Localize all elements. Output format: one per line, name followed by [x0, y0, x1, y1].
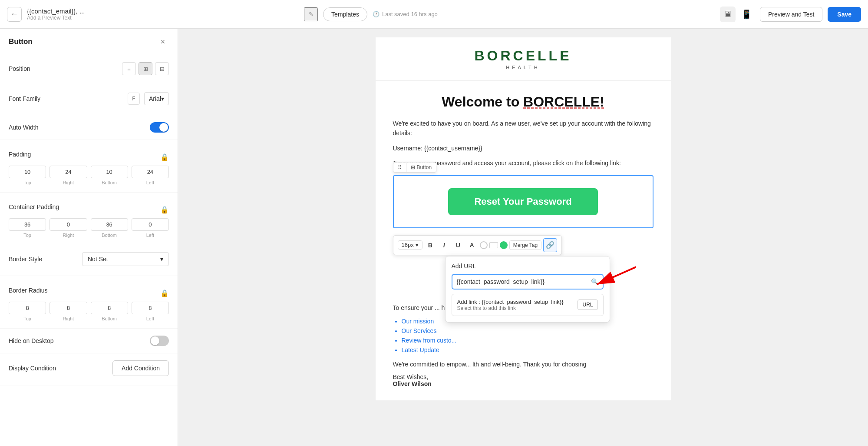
auto-width-section: Auto Width — [0, 115, 178, 140]
padding-right-label: Right — [63, 180, 74, 185]
list-item: Latest Update — [402, 346, 653, 353]
br-top-label: Top — [23, 316, 31, 321]
red-arrow — [593, 265, 636, 291]
url-suggestion-content: Add link : {{contact_password_setup_link… — [457, 299, 564, 311]
button-icon: ⊞ — [411, 164, 415, 170]
position-buttons: ≡ ⊞ ⊟ — [122, 62, 169, 75]
padding-top-input[interactable] — [9, 166, 46, 178]
text-color-a: A — [470, 242, 474, 248]
container-padding-top-input[interactable] — [9, 218, 46, 231]
pencil-icon: ✎ — [309, 11, 314, 17]
container-padding-left-input[interactable] — [132, 218, 169, 231]
padding-right-input[interactable] — [50, 166, 87, 178]
container-padding-bottom-input[interactable] — [91, 218, 128, 231]
text-color-button[interactable]: A — [466, 239, 478, 251]
borcelle-underline: BORCELLE! — [523, 94, 604, 110]
signature-name: Oliver Wilson — [393, 380, 432, 387]
close-icon: × — [161, 37, 165, 47]
bold-button[interactable]: B — [424, 239, 436, 251]
email-canvas: BORCELLE HEALTH Welcome to BORCELLE! We'… — [376, 37, 671, 437]
italic-button[interactable]: I — [438, 239, 450, 251]
border-style-section: Border Style Not Set ▾ — [0, 245, 178, 276]
c-padding-right-label: Right — [63, 233, 74, 238]
toolbar-button-label[interactable]: ⊞ Button — [406, 163, 436, 172]
link-icon-button[interactable]: 🔗 — [543, 238, 557, 252]
desktop-view-button[interactable]: 🖥 — [720, 7, 736, 22]
toggle-knob — [159, 123, 168, 132]
border-radius-left-input[interactable] — [132, 302, 169, 314]
email-header: BORCELLE HEALTH — [376, 37, 671, 81]
align-center-button[interactable]: ⊞ — [139, 62, 152, 75]
text-formatting-toolbar: 16px ▾ B I U A Merge T — [393, 235, 562, 255]
url-type-button[interactable]: URL — [578, 300, 597, 310]
align-center-icon: ⊞ — [143, 66, 148, 72]
svg-line-1 — [597, 267, 636, 284]
color-circle-white[interactable] — [480, 241, 488, 249]
edit-icon-button[interactable]: ✎ — [304, 7, 318, 21]
display-condition-section: Display Condition Add Condition — [0, 353, 178, 386]
border-radius-bottom-input[interactable] — [91, 302, 128, 314]
header-subtitle: Add a Preview Text — [27, 15, 299, 21]
templates-button[interactable]: Templates — [323, 7, 367, 21]
c-padding-top-label: Top — [23, 233, 31, 238]
email-heading: Welcome to BORCELLE! — [393, 94, 653, 110]
url-input-field[interactable] — [457, 278, 588, 285]
panel-close-button[interactable]: × — [157, 36, 169, 48]
underline-button[interactable]: U — [452, 239, 464, 251]
app-header: ← {{contact_email}}, ... Add a Preview T… — [0, 0, 868, 29]
toolbar-drag[interactable]: ⠿ — [393, 163, 406, 172]
header-title-area: {{contact_email}}, ... Add a Preview Tex… — [27, 7, 299, 21]
button-section[interactable]: ⠿ ⊞ Button Reset Your Password — [393, 175, 653, 228]
last-saved-status: 🕐 Last saved 16 hrs ago — [373, 11, 438, 17]
device-toggle-group: 🖥 📱 — [720, 7, 755, 22]
auto-width-toggle[interactable] — [150, 122, 169, 133]
left-panel: Button × Position ≡ ⊞ ⊟ — [0, 29, 178, 446]
mobile-icon: 📱 — [741, 9, 752, 20]
hide-on-desktop-label: Hide on Desktop — [9, 337, 54, 344]
border-style-select[interactable]: Not Set ▾ — [82, 252, 169, 266]
font-family-section: Font Family F Arial ▾ — [0, 85, 178, 115]
add-condition-button[interactable]: Add Condition — [112, 360, 169, 376]
border-style-label: Border Style — [9, 256, 42, 263]
url-suggestion-text: Add link : {{contact_password_setup_link… — [457, 299, 564, 305]
padding-inputs: Top Right Bottom Left — [9, 166, 169, 185]
font-select[interactable]: Arial ▾ — [144, 92, 169, 105]
border-radius-top-input[interactable] — [9, 302, 46, 314]
align-left-button[interactable]: ≡ — [122, 62, 136, 75]
save-button[interactable]: Save — [828, 7, 861, 22]
display-condition-label: Display Condition — [9, 365, 56, 372]
merge-tag-button[interactable]: Merge Tag — [509, 240, 541, 250]
font-family-label: Font Family — [9, 95, 40, 102]
preview-test-button[interactable]: Preview and Test — [760, 7, 822, 22]
mobile-view-button[interactable]: 📱 — [739, 7, 755, 22]
list-item: Our Services — [402, 327, 653, 334]
padding-bottom-input[interactable] — [91, 166, 128, 178]
back-button[interactable]: ← — [7, 7, 22, 22]
color-circle-green[interactable] — [500, 241, 508, 249]
reset-password-button[interactable]: Reset Your Password — [448, 188, 597, 215]
lock-icon[interactable]: 🔒 — [160, 147, 169, 161]
padding-left-label: Left — [146, 180, 154, 185]
align-left-icon: ≡ — [127, 66, 131, 72]
padding-left-input[interactable] — [132, 166, 169, 178]
clock-icon: 🕐 — [373, 11, 380, 17]
url-dropdown-title: Add URL — [452, 263, 604, 270]
main-layout: Button × Position ≡ ⊞ ⊟ — [0, 29, 868, 446]
url-suggestion[interactable]: Add link : {{contact_password_setup_link… — [452, 294, 604, 316]
hide-on-desktop-toggle[interactable] — [150, 336, 169, 346]
desktop-icon: 🖥 — [723, 9, 732, 19]
c-padding-bottom-label: Bottom — [102, 233, 117, 238]
font-size-selector[interactable]: 16px ▾ — [398, 240, 422, 250]
link-icon: 🔗 — [546, 241, 554, 249]
container-padding-right-input[interactable] — [50, 218, 87, 231]
url-dropdown: Add URL 🔍 Add link : {{contact_password_… — [445, 256, 610, 323]
container-lock-icon[interactable]: 🔒 — [160, 200, 169, 214]
font-family-row: F Arial ▾ — [128, 92, 169, 105]
border-radius-right-input[interactable] — [50, 302, 87, 314]
font-size-chevron: ▾ — [416, 242, 419, 248]
align-right-button[interactable]: ⊟ — [155, 62, 169, 75]
border-radius-lock-icon[interactable]: 🔒 — [160, 283, 169, 297]
padding-top-label: Top — [23, 180, 31, 185]
border-radius-section: Border Radius 🔒 Top Right Bottom — [0, 276, 178, 329]
color-rect-border[interactable] — [489, 242, 498, 248]
